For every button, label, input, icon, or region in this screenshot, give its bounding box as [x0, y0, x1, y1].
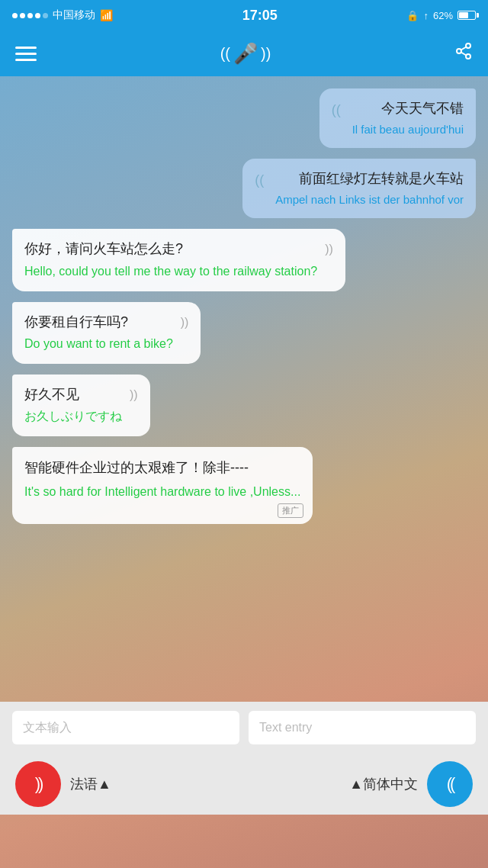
translated-text: Ampel nach Links ist der bahnhof vor: [275, 191, 464, 207]
app-header: (( 🎤 )): [0, 31, 488, 76]
share-icon[interactable]: [454, 42, 473, 65]
message-bubble-left-1: 你好，请问火车站怎么走? Hello, could you tell me th…: [12, 229, 345, 291]
wave-icon: ((: [332, 99, 345, 118]
clock: 17:05: [242, 8, 278, 24]
input-area: [0, 702, 488, 754]
battery-percent: 62%: [433, 10, 453, 21]
english-input[interactable]: [249, 711, 476, 744]
chinese-text: 智能硬件企业过的太艰难了！除非----: [24, 458, 300, 478]
message-bubble-right-1: (( 今天天气不错 Il fait beau aujourd'hui: [319, 88, 476, 148]
lang-label-left[interactable]: 法语▲: [70, 775, 111, 793]
status-left: 中国移动 📶: [12, 8, 113, 22]
chinese-text: 前面红绿灯左转就是火车站: [275, 169, 464, 188]
chinese-text: 好久不见: [24, 385, 122, 404]
message-bubble-right-2: (( 前面红绿灯左转就是火车站 Ampel nach Links ist der…: [242, 159, 476, 218]
carrier-label: 中国移动: [53, 8, 95, 22]
translated-text: Hello, could you tell me the way to the …: [24, 262, 317, 281]
microphone-icon: 🎤: [233, 42, 258, 66]
battery-icon: [458, 11, 476, 20]
wave-icon: ((: [255, 169, 268, 188]
lang-left-group: )) 法语▲: [15, 761, 111, 807]
mic-button-right[interactable]: ((: [427, 761, 473, 807]
wave-icon: )): [181, 313, 189, 330]
ad-badge: 推广: [278, 503, 303, 518]
wave-icon: )): [130, 385, 138, 402]
bubble-content: 你要租自行车吗? Do you want to rent a bike?: [24, 313, 173, 353]
bottom-bar: )) 法语▲ ▲简体中文 ((: [0, 754, 488, 815]
chinese-text: 今天天气不错: [352, 99, 464, 118]
message-bubble-left-3: 好久不见 お久しぶりですね )): [12, 375, 150, 436]
chinese-text: 你好，请问火车站怎么走?: [24, 240, 317, 259]
chinese-input[interactable]: [12, 711, 239, 744]
wave-icon-blue: ((: [447, 774, 454, 794]
wave-right-icon: )): [261, 45, 271, 63]
message-bubble-left-2: 你要租自行车吗? Do you want to rent a bike? )): [12, 302, 201, 364]
location-icon: ↑: [423, 10, 429, 21]
lock-icon: 🔒: [406, 10, 419, 21]
bubble-content: 好久不见 お久しぶりですね: [24, 385, 122, 426]
status-right: 🔒 ↑ 62%: [406, 10, 476, 21]
translated-text: It's so hard for Intelligent hardware to…: [24, 483, 300, 501]
translated-text: Do you want to rent a bike?: [24, 335, 173, 353]
wave-left-icon: ((: [220, 45, 230, 63]
status-bar: 中国移动 📶 17:05 🔒 ↑ 62%: [0, 0, 488, 31]
bubble-content: 今天天气不错 Il fait beau aujourd'hui: [352, 99, 464, 137]
mic-button-left[interactable]: )): [15, 761, 61, 807]
chat-area: (( 今天天气不错 Il fait beau aujourd'hui (( 前面…: [0, 76, 488, 702]
mic-container[interactable]: (( 🎤 )): [220, 42, 271, 66]
signal-dots: [12, 13, 48, 18]
chinese-text: 你要租自行车吗?: [24, 313, 173, 332]
lang-label-right[interactable]: ▲简体中文: [349, 775, 418, 793]
translated-text: お久しぶりですね: [24, 407, 122, 426]
menu-button[interactable]: [15, 47, 37, 61]
wave-icon-red: )): [35, 774, 42, 794]
bubble-content: 前面红绿灯左转就是火车站 Ampel nach Links ist der ba…: [275, 169, 464, 207]
lang-right-group: ▲简体中文 ((: [349, 761, 473, 807]
message-bubble-ad: 智能硬件企业过的太艰难了！除非---- It's so hard for Int…: [12, 447, 313, 524]
svg-line-3: [461, 53, 467, 56]
wave-icon: )): [325, 240, 333, 256]
bubble-content: 你好，请问火车站怎么走? Hello, could you tell me th…: [24, 240, 317, 280]
translated-text: Il fait beau aujourd'hui: [352, 121, 464, 137]
wifi-icon: 📶: [100, 9, 113, 21]
svg-line-4: [461, 47, 467, 50]
